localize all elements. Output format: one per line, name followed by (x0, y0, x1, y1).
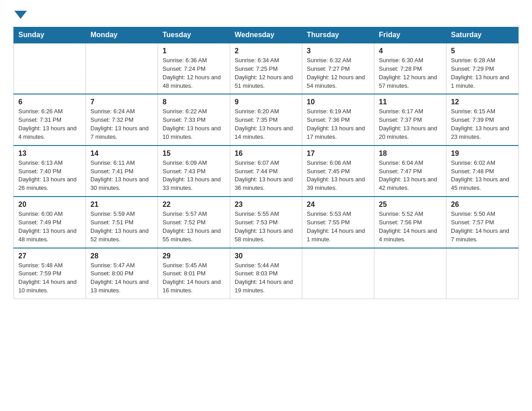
day-number: 28 (90, 252, 153, 260)
day-number: 10 (307, 98, 369, 106)
day-info: Sunrise: 6:28 AM Sunset: 7:29 PM Dayligh… (451, 56, 514, 90)
calendar-header: SundayMondayTuesdayWednesdayThursdayFrid… (14, 27, 519, 43)
day-number: 23 (235, 201, 297, 209)
day-info: Sunrise: 6:06 AM Sunset: 7:45 PM Dayligh… (307, 159, 369, 193)
day-number: 29 (163, 252, 225, 260)
day-info: Sunrise: 5:57 AM Sunset: 7:52 PM Dayligh… (163, 210, 225, 244)
header-day-wednesday: Wednesday (230, 27, 302, 43)
calendar-cell: 7Sunrise: 6:24 AM Sunset: 7:32 PM Daylig… (86, 94, 158, 145)
day-info: Sunrise: 6:17 AM Sunset: 7:37 PM Dayligh… (379, 107, 442, 141)
calendar-cell: 21Sunrise: 5:59 AM Sunset: 7:51 PM Dayli… (86, 197, 158, 248)
calendar-cell: 10Sunrise: 6:19 AM Sunset: 7:36 PM Dayli… (302, 94, 374, 145)
calendar-cell: 30Sunrise: 5:44 AM Sunset: 8:03 PM Dayli… (230, 248, 302, 299)
day-number: 16 (235, 150, 297, 158)
calendar-cell: 18Sunrise: 6:04 AM Sunset: 7:47 PM Dayli… (374, 146, 446, 197)
calendar-cell: 8Sunrise: 6:22 AM Sunset: 7:33 PM Daylig… (158, 94, 230, 145)
day-number: 21 (90, 201, 153, 209)
day-info: Sunrise: 6:02 AM Sunset: 7:48 PM Dayligh… (451, 159, 514, 193)
calendar-week-2: 6Sunrise: 6:26 AM Sunset: 7:31 PM Daylig… (14, 94, 519, 145)
day-number: 18 (379, 150, 442, 158)
header-day-saturday: Saturday (446, 27, 519, 43)
header-day-sunday: Sunday (14, 27, 86, 43)
calendar-week-3: 13Sunrise: 6:13 AM Sunset: 7:40 PM Dayli… (14, 146, 519, 197)
calendar-cell: 5Sunrise: 6:28 AM Sunset: 7:29 PM Daylig… (446, 43, 519, 94)
calendar-cell: 9Sunrise: 6:20 AM Sunset: 7:35 PM Daylig… (230, 94, 302, 145)
day-info: Sunrise: 5:48 AM Sunset: 7:59 PM Dayligh… (18, 261, 81, 295)
header-day-friday: Friday (374, 27, 446, 43)
day-info: Sunrise: 6:13 AM Sunset: 7:40 PM Dayligh… (18, 159, 81, 193)
day-info: Sunrise: 6:11 AM Sunset: 7:41 PM Dayligh… (90, 159, 153, 193)
day-info: Sunrise: 5:52 AM Sunset: 7:56 PM Dayligh… (379, 210, 442, 244)
calendar-cell: 28Sunrise: 5:47 AM Sunset: 8:00 PM Dayli… (86, 248, 158, 299)
day-number: 8 (163, 98, 225, 106)
day-number: 2 (235, 47, 297, 55)
day-info: Sunrise: 5:45 AM Sunset: 8:01 PM Dayligh… (163, 261, 225, 295)
calendar-cell: 14Sunrise: 6:11 AM Sunset: 7:41 PM Dayli… (86, 146, 158, 197)
day-info: Sunrise: 6:32 AM Sunset: 7:27 PM Dayligh… (307, 56, 369, 90)
calendar-cell: 13Sunrise: 6:13 AM Sunset: 7:40 PM Dayli… (14, 146, 86, 197)
day-info: Sunrise: 6:22 AM Sunset: 7:33 PM Dayligh… (163, 107, 225, 141)
calendar-cell: 15Sunrise: 6:09 AM Sunset: 7:43 PM Dayli… (158, 146, 230, 197)
day-info: Sunrise: 5:50 AM Sunset: 7:57 PM Dayligh… (451, 210, 514, 244)
calendar-cell: 12Sunrise: 6:15 AM Sunset: 7:39 PM Dayli… (446, 94, 519, 145)
day-number: 19 (451, 150, 514, 158)
header-row: SundayMondayTuesdayWednesdayThursdayFrid… (14, 27, 519, 43)
day-info: Sunrise: 6:07 AM Sunset: 7:44 PM Dayligh… (235, 159, 297, 193)
calendar-cell: 20Sunrise: 6:00 AM Sunset: 7:49 PM Dayli… (14, 197, 86, 248)
calendar-cell (86, 43, 158, 94)
calendar-cell (14, 43, 86, 94)
calendar-table: SundayMondayTuesdayWednesdayThursdayFrid… (13, 27, 519, 299)
day-info: Sunrise: 6:15 AM Sunset: 7:39 PM Dayligh… (451, 107, 514, 141)
day-number: 26 (451, 201, 514, 209)
day-number: 3 (307, 47, 369, 55)
day-info: Sunrise: 6:30 AM Sunset: 7:28 PM Dayligh… (379, 56, 442, 90)
day-number: 13 (18, 150, 81, 158)
day-number: 30 (235, 252, 297, 260)
calendar-body: 1Sunrise: 6:36 AM Sunset: 7:24 PM Daylig… (14, 43, 519, 299)
calendar-cell: 16Sunrise: 6:07 AM Sunset: 7:44 PM Dayli… (230, 146, 302, 197)
calendar-cell: 27Sunrise: 5:48 AM Sunset: 7:59 PM Dayli… (14, 248, 86, 299)
day-info: Sunrise: 5:44 AM Sunset: 8:03 PM Dayligh… (235, 261, 297, 295)
header-day-tuesday: Tuesday (158, 27, 230, 43)
calendar-cell: 26Sunrise: 5:50 AM Sunset: 7:57 PM Dayli… (446, 197, 519, 248)
day-number: 9 (235, 98, 297, 106)
day-number: 12 (451, 98, 514, 106)
calendar-cell: 19Sunrise: 6:02 AM Sunset: 7:48 PM Dayli… (446, 146, 519, 197)
day-number: 25 (379, 201, 442, 209)
calendar-cell: 23Sunrise: 5:55 AM Sunset: 7:53 PM Dayli… (230, 197, 302, 248)
calendar-cell: 4Sunrise: 6:30 AM Sunset: 7:28 PM Daylig… (374, 43, 446, 94)
calendar-cell: 1Sunrise: 6:36 AM Sunset: 7:24 PM Daylig… (158, 43, 230, 94)
day-info: Sunrise: 5:53 AM Sunset: 7:55 PM Dayligh… (307, 210, 369, 244)
calendar-cell (302, 248, 374, 299)
day-info: Sunrise: 6:09 AM Sunset: 7:43 PM Dayligh… (163, 159, 225, 193)
day-number: 5 (451, 47, 514, 55)
calendar-cell: 17Sunrise: 6:06 AM Sunset: 7:45 PM Dayli… (302, 146, 374, 197)
calendar-cell: 25Sunrise: 5:52 AM Sunset: 7:56 PM Dayli… (374, 197, 446, 248)
day-number: 1 (163, 47, 225, 55)
calendar-cell: 11Sunrise: 6:17 AM Sunset: 7:37 PM Dayli… (374, 94, 446, 145)
calendar-cell: 29Sunrise: 5:45 AM Sunset: 8:01 PM Dayli… (158, 248, 230, 299)
day-number: 15 (163, 150, 225, 158)
day-info: Sunrise: 6:24 AM Sunset: 7:32 PM Dayligh… (90, 107, 153, 141)
header-day-monday: Monday (86, 27, 158, 43)
day-number: 22 (163, 201, 225, 209)
day-number: 17 (307, 150, 369, 158)
day-number: 27 (18, 252, 81, 260)
day-info: Sunrise: 6:26 AM Sunset: 7:31 PM Dayligh… (18, 107, 81, 141)
calendar-cell: 3Sunrise: 6:32 AM Sunset: 7:27 PM Daylig… (302, 43, 374, 94)
calendar-week-5: 27Sunrise: 5:48 AM Sunset: 7:59 PM Dayli… (14, 248, 519, 299)
day-info: Sunrise: 6:34 AM Sunset: 7:25 PM Dayligh… (235, 56, 297, 90)
day-number: 7 (90, 98, 153, 106)
day-info: Sunrise: 6:20 AM Sunset: 7:35 PM Dayligh… (235, 107, 297, 141)
day-info: Sunrise: 6:04 AM Sunset: 7:47 PM Dayligh… (379, 159, 442, 193)
day-info: Sunrise: 6:36 AM Sunset: 7:24 PM Dayligh… (163, 56, 225, 90)
day-number: 6 (18, 98, 81, 106)
calendar-cell (446, 248, 519, 299)
logo-arrow-icon (14, 11, 27, 19)
logo (13, 9, 27, 19)
calendar-cell: 2Sunrise: 6:34 AM Sunset: 7:25 PM Daylig… (230, 43, 302, 94)
calendar-week-1: 1Sunrise: 6:36 AM Sunset: 7:24 PM Daylig… (14, 43, 519, 94)
day-info: Sunrise: 5:59 AM Sunset: 7:51 PM Dayligh… (90, 210, 153, 244)
day-number: 24 (307, 201, 369, 209)
calendar-cell: 6Sunrise: 6:26 AM Sunset: 7:31 PM Daylig… (14, 94, 86, 145)
